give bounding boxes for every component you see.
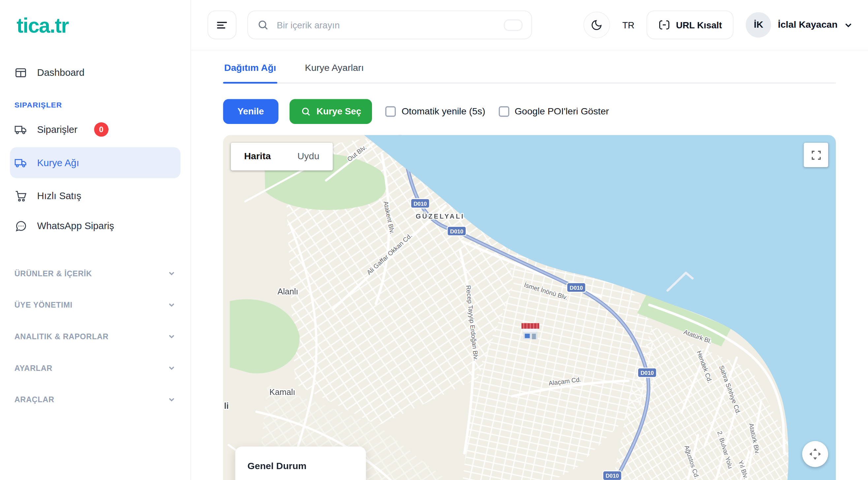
road-shield: D010 xyxy=(606,473,619,479)
sidebar-item-dashboard[interactable]: Dashboard xyxy=(0,58,190,88)
pan-arrows-icon xyxy=(808,447,822,461)
sidebar-item-whatsapp-order[interactable]: WhatsApp Sipariş xyxy=(0,211,190,241)
town-label: Alanlı xyxy=(277,287,298,296)
refresh-button[interactable]: Yenile xyxy=(223,99,278,124)
town-label: Kamalı xyxy=(270,387,295,396)
chevron-down-icon xyxy=(167,300,176,309)
search-input[interactable] xyxy=(276,19,497,31)
url-shorten-button[interactable]: URL Kısalt xyxy=(647,10,734,39)
status-panel-title: Genel Durum xyxy=(247,461,353,472)
checkbox-label: Otomatik yenile (5s) xyxy=(402,106,486,117)
section-label: AYARLAR xyxy=(14,363,53,372)
google-poi-checkbox[interactable]: Google POI'leri Göster xyxy=(499,106,609,117)
moon-icon xyxy=(591,19,603,31)
map-canvas[interactable]: D010 D010 D010 D010 D010 Out Blv. Ataken… xyxy=(223,135,836,480)
auto-refresh-checkbox[interactable]: Otomatik yenile (5s) xyxy=(385,106,485,117)
sidebar-section-settings[interactable]: AYARLAR xyxy=(0,352,190,384)
sidebar-item-label: Kurye Ağı xyxy=(37,157,79,168)
sidebar-item-label: Hızlı Satış xyxy=(37,190,81,202)
map-toolbar: Yenile Kurye Seç Otomatik yenile (5s) Go… xyxy=(223,99,836,124)
cart-icon xyxy=(14,190,27,202)
menu-toggle-button[interactable] xyxy=(208,10,236,39)
chevron-down-icon xyxy=(167,269,176,278)
sidebar-collapsed-sections: ÜRÜNLER & İÇERİK ÜYE YÖNETIMI ANALITIK &… xyxy=(0,257,190,415)
road-shield: D010 xyxy=(641,370,654,376)
section-label: ARAÇLAR xyxy=(14,395,54,404)
dark-mode-button[interactable] xyxy=(583,11,610,38)
status-panel: Genel Durum xyxy=(235,447,366,480)
search-icon xyxy=(301,106,311,117)
truck-icon xyxy=(14,123,27,136)
tab-bar: Dağıtım Ağı Kurye Ayarları xyxy=(223,58,836,84)
main-content: Dağıtım Ağı Kurye Ayarları Yenile Kurye … xyxy=(191,51,868,480)
sidebar-section-products-content[interactable]: ÜRÜNLER & İÇERİK xyxy=(0,257,190,289)
topbar-right: TR URL Kısalt İK İclal Kayacan xyxy=(583,10,852,39)
search-icon xyxy=(257,19,269,31)
dashboard-icon xyxy=(14,66,27,79)
sidebar-item-label: Dashboard xyxy=(37,67,85,78)
section-label: ÜYE YÖNETIMI xyxy=(14,300,72,309)
search-status-pill xyxy=(504,19,522,31)
global-search xyxy=(247,10,532,39)
sidebar: tica.tr Dashboard SIPARIŞLER Siparişler … xyxy=(0,0,191,480)
chevron-down-icon xyxy=(167,395,176,404)
map-type-control: Harita Uydu xyxy=(231,143,333,170)
pan-control[interactable] xyxy=(802,441,828,467)
chevron-down-icon xyxy=(844,21,852,29)
map-type-map-button[interactable]: Harita xyxy=(231,143,284,170)
road-shield: D010 xyxy=(450,228,463,235)
sidebar-item-courier-network[interactable]: Kurye Ağı xyxy=(10,147,180,178)
sidebar-item-orders[interactable]: Siparişler 0 xyxy=(0,115,190,145)
sidebar-item-quick-sale[interactable]: Hızlı Satış xyxy=(0,181,190,211)
map-type-satellite-button[interactable]: Uydu xyxy=(284,143,333,170)
chevron-down-icon xyxy=(167,332,176,341)
road-shield: D010 xyxy=(569,285,583,291)
url-shorten-icon xyxy=(658,19,671,31)
app: tica.tr Dashboard SIPARIŞLER Siparişler … xyxy=(0,0,868,480)
checkbox-box[interactable] xyxy=(499,106,509,117)
checkbox-box[interactable] xyxy=(385,106,396,117)
avatar: İK xyxy=(746,12,771,38)
section-label: ANALITIK & RAPORLAR xyxy=(14,332,109,341)
chevron-down-icon xyxy=(167,363,176,372)
town-label-clipped: li xyxy=(224,401,229,410)
select-courier-button[interactable]: Kurye Seç xyxy=(289,99,372,124)
hamburger-icon xyxy=(215,18,229,32)
url-shorten-label: URL Kısalt xyxy=(676,20,722,30)
select-courier-label: Kurye Seç xyxy=(317,106,361,117)
topbar: TR URL Kısalt İK İclal Kayacan xyxy=(191,0,868,51)
store-marker[interactable] xyxy=(521,323,539,339)
orders-count-badge: 0 xyxy=(94,122,108,137)
road-shield: D010 xyxy=(413,201,427,207)
sidebar-item-label: Siparişler xyxy=(37,124,77,135)
district-label: GÜZELYALI xyxy=(415,213,464,220)
tab-distribution-network[interactable]: Dağıtım Ağı xyxy=(223,58,277,83)
chat-icon xyxy=(14,220,27,232)
language-selector[interactable]: TR xyxy=(622,20,634,30)
fullscreen-icon xyxy=(811,150,821,160)
user-menu[interactable]: İK İclal Kayacan xyxy=(746,12,852,38)
sidebar-section-analytics-reports[interactable]: ANALITIK & RAPORLAR xyxy=(0,320,190,352)
tab-courier-settings[interactable]: Kurye Ayarları xyxy=(304,58,365,83)
sidebar-section-tools[interactable]: ARAÇLAR xyxy=(0,383,190,415)
sidebar-item-label: WhatsApp Sipariş xyxy=(37,220,114,231)
checkbox-label: Google POI'leri Göster xyxy=(515,106,609,117)
sidebar-nav: Dashboard SIPARIŞLER Siparişler 0 Kurye … xyxy=(0,58,190,415)
section-label: ÜRÜNLER & İÇERİK xyxy=(14,269,92,278)
courier-truck-icon xyxy=(14,156,27,169)
sidebar-section-member-management[interactable]: ÜYE YÖNETIMI xyxy=(0,289,190,320)
user-name: İclal Kayacan xyxy=(778,20,838,31)
brand-logo: tica.tr xyxy=(0,0,190,38)
map: D010 D010 D010 D010 D010 Out Blv. Ataken… xyxy=(223,135,836,480)
fullscreen-button[interactable] xyxy=(804,143,828,167)
sidebar-section-orders: SIPARIŞLER xyxy=(0,87,190,115)
